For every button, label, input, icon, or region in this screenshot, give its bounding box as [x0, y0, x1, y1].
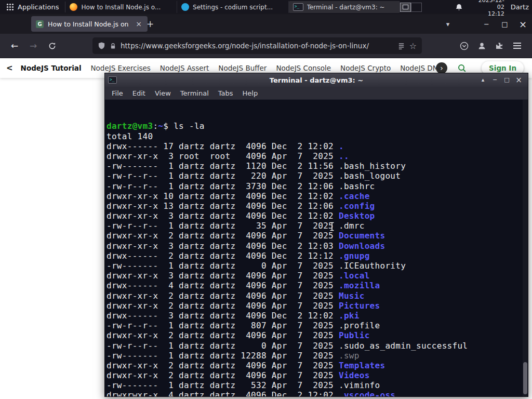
nav-item-nodejs-exercises[interactable]: NodeJS Exercises — [86, 64, 155, 72]
terminal-line: drwxr-xr-x 3 dartz dartz 4096 Apr 7 2025… — [107, 271, 528, 281]
user-label[interactable]: Dartz — [511, 3, 529, 11]
directory-name: Templates — [339, 361, 385, 370]
new-tab-button[interactable]: + — [143, 17, 157, 31]
terminal-text: drwxr-xr-x 2 dartz dartz 4096 Apr 7 2025 — [107, 330, 339, 340]
nav-item-nodejs-assert[interactable]: NodeJS Assert — [155, 64, 214, 72]
taskbar-item-label: Settings - codium script... — [193, 4, 273, 11]
reader-mode-icon[interactable] — [397, 42, 405, 50]
terminal-text: drwx------ 2 dartz dartz 4096 Dec 2 12:1… — [107, 251, 339, 261]
terminal-scrollbar-thumb[interactable] — [523, 362, 527, 394]
terminal-line: drwxr-xr-x 2 dartz dartz 4096 Apr 7 2025… — [107, 361, 528, 370]
terminal-text: total 140 — [107, 131, 153, 141]
terminal-text: drwxr-xr-x 2 dartz dartz 4096 Apr 7 2025 — [107, 361, 339, 370]
workspace-switcher[interactable] — [400, 3, 422, 12]
terminal-line: drwxr-xr-x 10 dartz dartz 4096 Dec 2 12:… — [107, 191, 528, 201]
taskbar-item-firefox[interactable]: How to Install Node.js o... — [65, 1, 177, 13]
app-menu-button[interactable] — [508, 37, 526, 54]
directory-name: Public — [339, 330, 370, 340]
terminal-line: drwx------ 17 dartz dartz 4096 Dec 2 12:… — [107, 141, 528, 151]
terminal-text: drwxr-xr-x 2 dartz dartz 4096 Apr 7 2025 — [107, 370, 339, 380]
clock-date: 2025-12-02 — [471, 0, 504, 10]
terminal-line: -rw------- 1 dartz dartz 1120 Dec 2 11:5… — [107, 161, 528, 171]
tab-title: How to Install Node.js on — [48, 20, 130, 28]
terminal-line: drwxr-xr-x 2 dartz dartz 4096 Apr 7 2025… — [107, 301, 528, 311]
gfg-nav-items: NodeJS Tutorial NodeJS Exercises NodeJS … — [16, 64, 436, 72]
directory-name: Videos — [339, 370, 370, 380]
nav-item-nodejs-buffer[interactable]: NodeJS Buffer — [214, 64, 271, 72]
terminal-shade-button[interactable]: ▴ — [477, 73, 489, 87]
nav-scroll-right-button[interactable]: › — [436, 62, 447, 74]
menu-tabs[interactable]: Tabs — [214, 88, 238, 98]
terminal-text: -rw------- 1 dartz dartz 1120 Dec 2 11:5… — [107, 161, 339, 171]
bookmark-star-icon[interactable]: ☆ — [409, 41, 417, 51]
notifications-button[interactable] — [455, 3, 463, 11]
applications-menu-label: Applications — [18, 3, 59, 11]
terminal-content[interactable]: dartz@vm3:~$ ls -latotal 140drwx------ 1… — [105, 100, 528, 396]
menu-file[interactable]: File — [107, 88, 128, 98]
extensions-icon — [495, 42, 503, 50]
back-button[interactable]: ← — [6, 37, 23, 54]
terminal-text: .bash_logout — [339, 171, 401, 181]
terminal-line: drwxr-xr-x 3 root root 4096 Apr 7 2025 .… — [107, 151, 528, 161]
terminal-line: -rw-r--r-- 1 dartz dartz 807 Apr 7 2025 … — [107, 321, 528, 330]
terminal-line: drwxr-xr-x 2 dartz dartz 4096 Apr 7 2025… — [107, 330, 528, 340]
menu-view[interactable]: View — [150, 88, 176, 98]
nav-item-nodejs-crypto[interactable]: NodeJS Crypto — [336, 64, 395, 72]
menu-terminal[interactable]: Terminal — [176, 88, 214, 98]
terminal-text: .profile — [339, 321, 380, 330]
terminal-window-controls: ▴ − □ × — [477, 73, 525, 87]
clock[interactable]: 2025-12-02 12:12 — [471, 0, 504, 17]
menu-edit[interactable]: Edit — [128, 88, 150, 98]
nav-item-nodejs-tutorial[interactable]: NodeJS Tutorial — [16, 64, 86, 72]
browser-close-button[interactable]: × — [514, 14, 532, 34]
terminal-maximize-button[interactable]: □ — [501, 73, 513, 87]
toolbar-action-icons — [455, 37, 526, 54]
applications-menu-button[interactable]: Applications — [0, 0, 65, 14]
terminal-line: drwxr-xr-x 2 dartz dartz 4096 Apr 7 2025… — [107, 291, 528, 301]
terminal-text: -rw-r--r-- 1 dartz dartz 807 Apr 7 2025 — [107, 321, 339, 330]
terminal-line: drwx------ 4 dartz dartz 4096 Apr 7 2025… — [107, 281, 528, 290]
terminal-close-button[interactable]: × — [513, 73, 525, 87]
terminal-line: drwxr-xr-x 3 dartz dartz 4096 Dec 2 12:0… — [107, 211, 528, 221]
account-button[interactable] — [473, 37, 490, 54]
browser-tab-bar: G How to Install Node.js on × + ▾ − □ × — [0, 14, 532, 34]
terminal-line: dartz@vm3:~$ ls -la — [107, 121, 528, 131]
extensions-button[interactable] — [490, 37, 508, 54]
workspace-active[interactable] — [400, 3, 411, 12]
terminal-text: $ ls -la — [163, 121, 204, 131]
url-text[interactable]: https://www.geeksforgeeks.org/node-js/in… — [121, 42, 393, 50]
nav-item-nodejs-console[interactable]: NodeJS Console — [271, 64, 336, 72]
directory-name: .. — [339, 151, 349, 161]
list-all-tabs-button[interactable]: ▾ — [441, 17, 455, 31]
terminal-line: drwxr-xr-x 2 dartz dartz 4096 Apr 7 2025… — [107, 370, 528, 380]
tab-close-icon[interactable]: × — [135, 20, 143, 28]
taskbar-item-label: How to Install Node.js o... — [81, 4, 161, 11]
terminal-scrollbar[interactable] — [523, 100, 528, 396]
browser-nav-toolbar: ← → https://www.geeksforgeeks.org/node-j… — [0, 34, 532, 58]
nav-item-nodejs-dns[interactable]: NodeJS DNS — [395, 64, 436, 72]
clock-time: 12:12 — [471, 10, 504, 17]
taskbar-item-codium[interactable]: Settings - codium script... — [177, 1, 289, 13]
terminal-text: .ICEauthority — [339, 261, 406, 271]
reload-button[interactable] — [44, 37, 60, 54]
terminal-window-icon: >_ — [108, 76, 117, 84]
menu-help[interactable]: Help — [238, 88, 263, 98]
terminal-text: .dmrc — [339, 221, 365, 231]
terminal-text: drwxr-xr-x 3 root root 4096 Apr 7 2025 — [107, 151, 339, 161]
workspace-inactive[interactable] — [411, 3, 422, 12]
terminal-window[interactable]: >_ Terminal - dartz@vm3: ~ ▴ − □ × File … — [104, 73, 528, 397]
terminal-minimize-button[interactable]: − — [489, 73, 501, 87]
taskbar-item-terminal[interactable]: >_ Terminal - dartz@vm3: ~ — [289, 1, 401, 13]
browser-tab-active[interactable]: G How to Install Node.js on × — [31, 16, 148, 32]
pocket-icon — [460, 42, 469, 50]
forward-button[interactable]: → — [25, 37, 42, 54]
terminal-line: -rw------- 1 dartz dartz 532 Apr 7 2025 … — [107, 380, 528, 390]
tracking-shield-icon[interactable] — [98, 42, 105, 50]
pocket-button[interactable] — [455, 37, 473, 54]
directory-name: .local — [339, 271, 370, 281]
terminal-titlebar[interactable]: >_ Terminal - dartz@vm3: ~ ▴ − □ × — [105, 73, 528, 87]
lock-icon[interactable] — [110, 42, 116, 50]
url-bar[interactable]: https://www.geeksforgeeks.org/node-js/in… — [92, 37, 422, 54]
nav-chevron-left-icon[interactable]: < — [6, 63, 13, 73]
terminal-text: drwxr-xr-x 2 dartz dartz 4096 Apr 7 2025 — [107, 291, 339, 301]
